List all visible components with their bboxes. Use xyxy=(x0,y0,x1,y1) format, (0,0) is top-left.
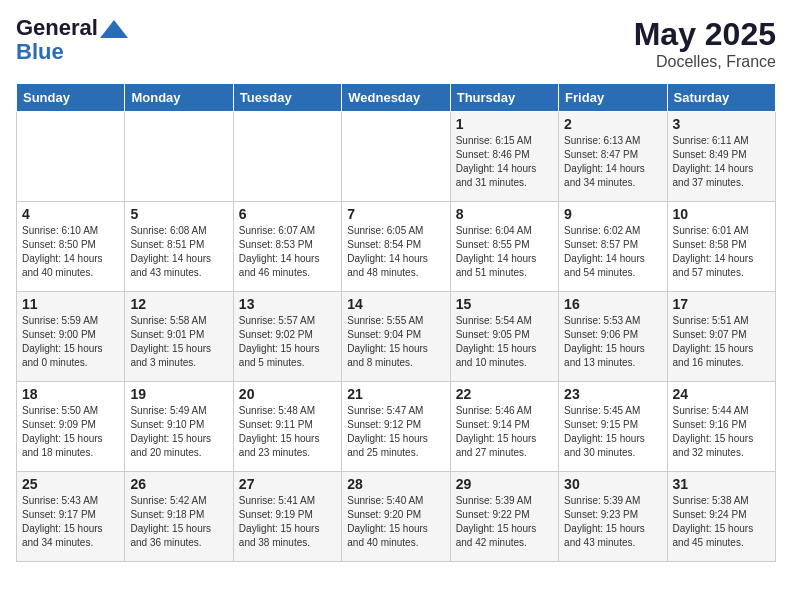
calendar-cell xyxy=(125,112,233,202)
calendar-cell: 15Sunrise: 5:54 AMSunset: 9:05 PMDayligh… xyxy=(450,292,558,382)
calendar-cell: 16Sunrise: 5:53 AMSunset: 9:06 PMDayligh… xyxy=(559,292,667,382)
calendar-week-1: 1Sunrise: 6:15 AMSunset: 8:46 PMDaylight… xyxy=(17,112,776,202)
day-number: 21 xyxy=(347,386,444,402)
day-number: 8 xyxy=(456,206,553,222)
day-info: Sunrise: 5:59 AMSunset: 9:00 PMDaylight:… xyxy=(22,314,119,370)
day-info: Sunrise: 5:53 AMSunset: 9:06 PMDaylight:… xyxy=(564,314,661,370)
day-info: Sunrise: 6:05 AMSunset: 8:54 PMDaylight:… xyxy=(347,224,444,280)
calendar-cell: 26Sunrise: 5:42 AMSunset: 9:18 PMDayligh… xyxy=(125,472,233,562)
day-number: 17 xyxy=(673,296,770,312)
day-info: Sunrise: 5:54 AMSunset: 9:05 PMDaylight:… xyxy=(456,314,553,370)
calendar-cell: 29Sunrise: 5:39 AMSunset: 9:22 PMDayligh… xyxy=(450,472,558,562)
svg-marker-0 xyxy=(100,20,128,38)
calendar-cell: 7Sunrise: 6:05 AMSunset: 8:54 PMDaylight… xyxy=(342,202,450,292)
header-monday: Monday xyxy=(125,84,233,112)
day-info: Sunrise: 5:45 AMSunset: 9:15 PMDaylight:… xyxy=(564,404,661,460)
calendar-cell: 4Sunrise: 6:10 AMSunset: 8:50 PMDaylight… xyxy=(17,202,125,292)
calendar-cell: 6Sunrise: 6:07 AMSunset: 8:53 PMDaylight… xyxy=(233,202,341,292)
header-tuesday: Tuesday xyxy=(233,84,341,112)
day-info: Sunrise: 5:55 AMSunset: 9:04 PMDaylight:… xyxy=(347,314,444,370)
calendar-cell: 28Sunrise: 5:40 AMSunset: 9:20 PMDayligh… xyxy=(342,472,450,562)
day-number: 5 xyxy=(130,206,227,222)
logo-icon xyxy=(100,20,128,38)
calendar-cell: 8Sunrise: 6:04 AMSunset: 8:55 PMDaylight… xyxy=(450,202,558,292)
day-info: Sunrise: 5:41 AMSunset: 9:19 PMDaylight:… xyxy=(239,494,336,550)
day-info: Sunrise: 6:08 AMSunset: 8:51 PMDaylight:… xyxy=(130,224,227,280)
day-number: 13 xyxy=(239,296,336,312)
header-friday: Friday xyxy=(559,84,667,112)
header-wednesday: Wednesday xyxy=(342,84,450,112)
day-info: Sunrise: 5:58 AMSunset: 9:01 PMDaylight:… xyxy=(130,314,227,370)
day-info: Sunrise: 5:49 AMSunset: 9:10 PMDaylight:… xyxy=(130,404,227,460)
day-info: Sunrise: 5:46 AMSunset: 9:14 PMDaylight:… xyxy=(456,404,553,460)
calendar-cell: 3Sunrise: 6:11 AMSunset: 8:49 PMDaylight… xyxy=(667,112,775,202)
logo-blue: Blue xyxy=(16,40,128,64)
calendar-cell: 12Sunrise: 5:58 AMSunset: 9:01 PMDayligh… xyxy=(125,292,233,382)
logo: General Blue xyxy=(16,16,128,64)
calendar-cell: 21Sunrise: 5:47 AMSunset: 9:12 PMDayligh… xyxy=(342,382,450,472)
day-info: Sunrise: 5:50 AMSunset: 9:09 PMDaylight:… xyxy=(22,404,119,460)
day-number: 31 xyxy=(673,476,770,492)
day-number: 1 xyxy=(456,116,553,132)
calendar-header-row: SundayMondayTuesdayWednesdayThursdayFrid… xyxy=(17,84,776,112)
calendar-cell: 23Sunrise: 5:45 AMSunset: 9:15 PMDayligh… xyxy=(559,382,667,472)
day-number: 24 xyxy=(673,386,770,402)
day-number: 2 xyxy=(564,116,661,132)
calendar-cell: 19Sunrise: 5:49 AMSunset: 9:10 PMDayligh… xyxy=(125,382,233,472)
calendar-week-2: 4Sunrise: 6:10 AMSunset: 8:50 PMDaylight… xyxy=(17,202,776,292)
day-number: 23 xyxy=(564,386,661,402)
day-number: 6 xyxy=(239,206,336,222)
header-thursday: Thursday xyxy=(450,84,558,112)
calendar-cell: 24Sunrise: 5:44 AMSunset: 9:16 PMDayligh… xyxy=(667,382,775,472)
calendar-cell: 18Sunrise: 5:50 AMSunset: 9:09 PMDayligh… xyxy=(17,382,125,472)
calendar-cell xyxy=(342,112,450,202)
day-number: 30 xyxy=(564,476,661,492)
header-saturday: Saturday xyxy=(667,84,775,112)
calendar-cell: 14Sunrise: 5:55 AMSunset: 9:04 PMDayligh… xyxy=(342,292,450,382)
day-number: 14 xyxy=(347,296,444,312)
day-number: 18 xyxy=(22,386,119,402)
logo-text: General xyxy=(16,16,128,40)
header-sunday: Sunday xyxy=(17,84,125,112)
day-info: Sunrise: 6:07 AMSunset: 8:53 PMDaylight:… xyxy=(239,224,336,280)
calendar-cell: 9Sunrise: 6:02 AMSunset: 8:57 PMDaylight… xyxy=(559,202,667,292)
day-number: 3 xyxy=(673,116,770,132)
calendar-cell: 1Sunrise: 6:15 AMSunset: 8:46 PMDaylight… xyxy=(450,112,558,202)
calendar-week-5: 25Sunrise: 5:43 AMSunset: 9:17 PMDayligh… xyxy=(17,472,776,562)
day-info: Sunrise: 6:11 AMSunset: 8:49 PMDaylight:… xyxy=(673,134,770,190)
page-header: General Blue May 2025 Docelles, France xyxy=(16,16,776,71)
calendar-cell: 11Sunrise: 5:59 AMSunset: 9:00 PMDayligh… xyxy=(17,292,125,382)
day-number: 16 xyxy=(564,296,661,312)
calendar-cell: 25Sunrise: 5:43 AMSunset: 9:17 PMDayligh… xyxy=(17,472,125,562)
day-number: 29 xyxy=(456,476,553,492)
location: Docelles, France xyxy=(634,53,776,71)
day-number: 9 xyxy=(564,206,661,222)
day-number: 27 xyxy=(239,476,336,492)
day-info: Sunrise: 5:48 AMSunset: 9:11 PMDaylight:… xyxy=(239,404,336,460)
day-number: 10 xyxy=(673,206,770,222)
day-info: Sunrise: 5:47 AMSunset: 9:12 PMDaylight:… xyxy=(347,404,444,460)
calendar-cell: 5Sunrise: 6:08 AMSunset: 8:51 PMDaylight… xyxy=(125,202,233,292)
day-info: Sunrise: 5:57 AMSunset: 9:02 PMDaylight:… xyxy=(239,314,336,370)
calendar-cell xyxy=(233,112,341,202)
calendar-cell: 2Sunrise: 6:13 AMSunset: 8:47 PMDaylight… xyxy=(559,112,667,202)
calendar-cell: 27Sunrise: 5:41 AMSunset: 9:19 PMDayligh… xyxy=(233,472,341,562)
day-info: Sunrise: 5:51 AMSunset: 9:07 PMDaylight:… xyxy=(673,314,770,370)
day-number: 11 xyxy=(22,296,119,312)
calendar-cell: 30Sunrise: 5:39 AMSunset: 9:23 PMDayligh… xyxy=(559,472,667,562)
day-info: Sunrise: 5:43 AMSunset: 9:17 PMDaylight:… xyxy=(22,494,119,550)
calendar-cell: 20Sunrise: 5:48 AMSunset: 9:11 PMDayligh… xyxy=(233,382,341,472)
day-info: Sunrise: 6:15 AMSunset: 8:46 PMDaylight:… xyxy=(456,134,553,190)
day-info: Sunrise: 6:04 AMSunset: 8:55 PMDaylight:… xyxy=(456,224,553,280)
day-number: 7 xyxy=(347,206,444,222)
calendar-cell xyxy=(17,112,125,202)
day-info: Sunrise: 6:01 AMSunset: 8:58 PMDaylight:… xyxy=(673,224,770,280)
calendar-cell: 22Sunrise: 5:46 AMSunset: 9:14 PMDayligh… xyxy=(450,382,558,472)
calendar-week-3: 11Sunrise: 5:59 AMSunset: 9:00 PMDayligh… xyxy=(17,292,776,382)
day-info: Sunrise: 5:40 AMSunset: 9:20 PMDaylight:… xyxy=(347,494,444,550)
day-number: 15 xyxy=(456,296,553,312)
day-info: Sunrise: 5:42 AMSunset: 9:18 PMDaylight:… xyxy=(130,494,227,550)
calendar-cell: 10Sunrise: 6:01 AMSunset: 8:58 PMDayligh… xyxy=(667,202,775,292)
calendar-table: SundayMondayTuesdayWednesdayThursdayFrid… xyxy=(16,83,776,562)
day-info: Sunrise: 5:39 AMSunset: 9:22 PMDaylight:… xyxy=(456,494,553,550)
